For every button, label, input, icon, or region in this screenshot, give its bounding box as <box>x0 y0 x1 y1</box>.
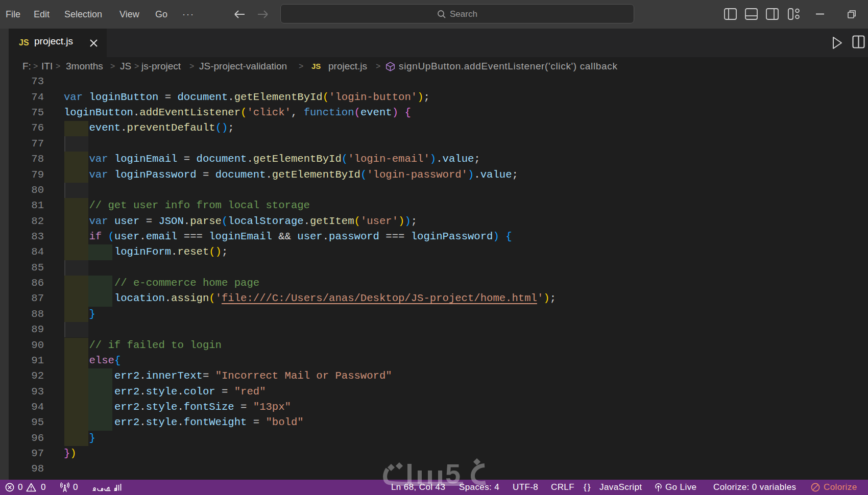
svg-text:5: 5 <box>445 458 461 488</box>
